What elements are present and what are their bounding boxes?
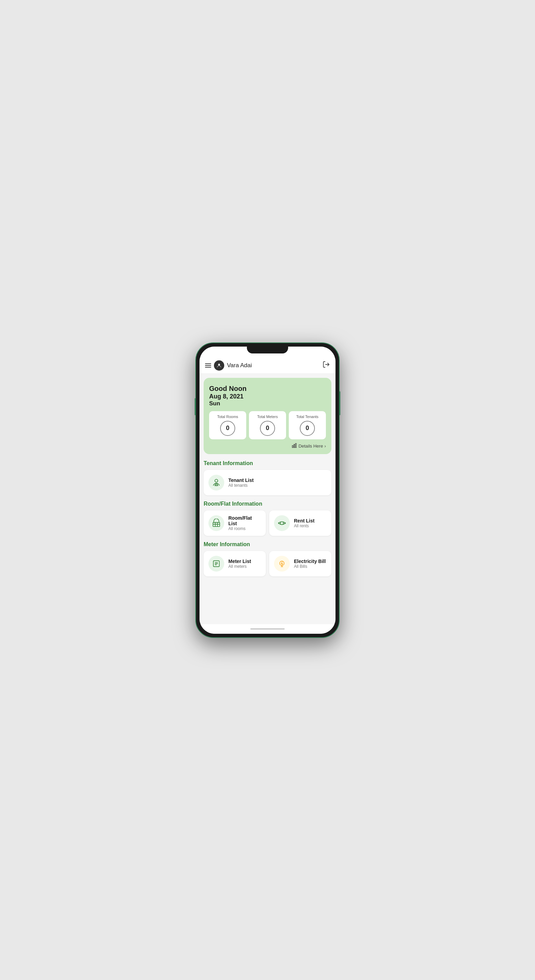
hamburger-line (205, 363, 211, 364)
rent-list-title: Rent List (294, 518, 314, 523)
summary-card: Good Noon Aug 8, 2021 Sun Total Rooms 0 … (204, 378, 331, 454)
rent-list-text: Rent List All rents (294, 518, 314, 528)
meter-list-sub: All meters (229, 564, 251, 569)
top-bar-left: Vara Adai (205, 360, 252, 371)
room-list-card[interactable]: Room/Flat List All rooms (204, 511, 266, 536)
stat-value-tenants: 0 (300, 421, 315, 436)
stat-card-tenants: Total Tenants 0 (289, 411, 326, 439)
svg-rect-3 (295, 444, 296, 447)
stat-card-meters: Total Meters 0 (249, 411, 286, 439)
electricity-bill-text: Electricity Bill All Bills (294, 558, 326, 569)
tenant-icon (208, 475, 224, 490)
date-text: Aug 8, 2021 (209, 393, 326, 400)
svg-point-4 (215, 479, 218, 482)
hamburger-line (205, 367, 211, 368)
status-bar (200, 347, 335, 358)
electricity-bill-sub: All Bills (294, 564, 326, 569)
hamburger-line (205, 365, 211, 366)
electricity-bill-title: Electricity Bill (294, 558, 326, 564)
meter-list-text: Meter List All meters (229, 558, 251, 569)
rent-icon (274, 515, 290, 531)
stat-label-rooms: Total Rooms (217, 415, 238, 419)
svg-rect-2 (294, 444, 295, 447)
details-label: Details Here (298, 444, 323, 449)
electricity-icon (274, 556, 290, 571)
notch (247, 347, 288, 353)
tenant-list-sub: All tenants (229, 483, 254, 488)
stat-value-rooms: 0 (220, 421, 235, 436)
tenant-section-title: Tenant Information (204, 460, 331, 466)
stat-label-tenants: Total Tenants (296, 415, 319, 419)
volume-button (195, 398, 196, 415)
rent-list-card[interactable]: Rent List All rents (269, 511, 331, 536)
main-content: Good Noon Aug 8, 2021 Sun Total Rooms 0 … (200, 374, 335, 624)
bottom-bar (200, 624, 335, 634)
meter-section: Meter Information Meter List (204, 541, 331, 576)
stat-value-meters: 0 (260, 421, 275, 436)
power-button (339, 391, 340, 415)
tenant-list-text: Tenant List All tenants (229, 477, 254, 488)
phone-screen: Vara Adai Good Noon Aug 8, 2021 Sun Tota… (200, 347, 335, 634)
svg-rect-1 (292, 445, 293, 447)
meter-icon (208, 556, 224, 571)
tenant-menu-grid: Tenant List All tenants (204, 470, 331, 495)
avatar (214, 360, 224, 371)
svg-point-12 (284, 522, 285, 523)
day-text: Sun (209, 400, 326, 407)
room-list-title: Room/Flat List (229, 515, 261, 526)
tenant-list-title: Tenant List (229, 477, 254, 483)
menu-button[interactable] (205, 363, 211, 368)
meter-list-title: Meter List (229, 558, 251, 564)
tenant-section: Tenant Information Tenant Lis (204, 460, 331, 495)
svg-point-10 (281, 522, 284, 525)
meter-section-title: Meter Information (204, 541, 331, 547)
svg-point-0 (218, 363, 220, 365)
details-link[interactable]: Details Here › (209, 443, 326, 449)
phone-frame: Vara Adai Good Noon Aug 8, 2021 Sun Tota… (195, 342, 340, 638)
home-indicator (250, 628, 285, 630)
stat-card-rooms: Total Rooms 0 (209, 411, 246, 439)
greeting-text: Good Noon (209, 384, 326, 393)
top-bar: Vara Adai (200, 358, 335, 374)
logout-button[interactable] (322, 361, 330, 370)
chevron-right-icon: › (324, 444, 326, 449)
room-list-text: Room/Flat List All rooms (229, 515, 261, 531)
room-section-title: Room/Flat Information (204, 501, 331, 507)
stat-label-meters: Total Meters (257, 415, 278, 419)
bar-chart-icon (292, 443, 297, 449)
svg-point-11 (278, 522, 279, 523)
electricity-bill-card[interactable]: Electricity Bill All Bills (269, 551, 331, 576)
tenant-list-card[interactable]: Tenant List All tenants (204, 470, 331, 495)
meter-list-card[interactable]: Meter List All meters (204, 551, 266, 576)
meter-menu-grid: Meter List All meters (204, 551, 331, 576)
room-list-sub: All rooms (229, 526, 261, 531)
room-icon (208, 515, 224, 531)
stats-row: Total Rooms 0 Total Meters 0 Total Tenan… (209, 411, 326, 439)
rent-list-sub: All rents (294, 523, 314, 528)
room-menu-grid: Room/Flat List All rooms (204, 511, 331, 536)
room-section: Room/Flat Information (204, 501, 331, 536)
user-name: Vara Adai (227, 362, 252, 369)
